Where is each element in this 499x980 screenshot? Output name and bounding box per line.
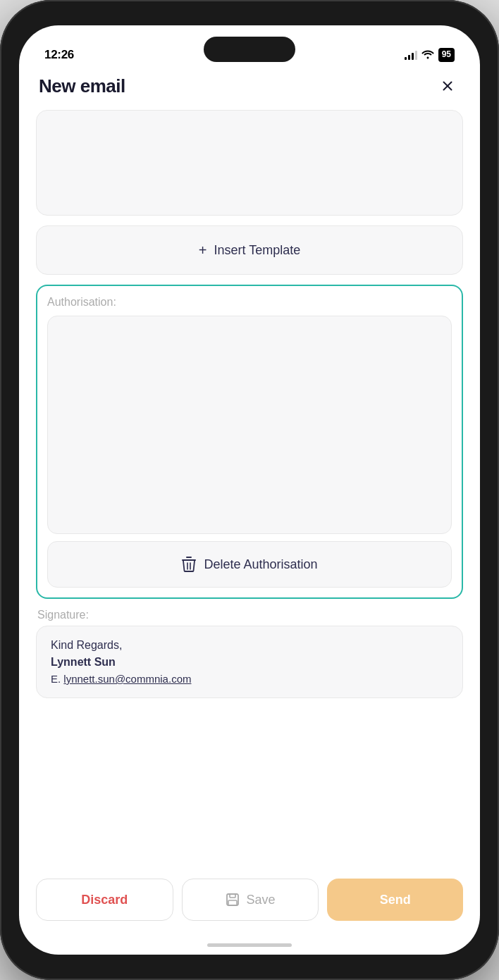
signal-bar-3 xyxy=(412,53,414,60)
signature-section: Signature: Kind Regards, Lynnett Sun E. … xyxy=(36,609,463,698)
send-label: Send xyxy=(380,893,411,907)
discard-label: Discard xyxy=(81,893,128,907)
save-button[interactable]: Save xyxy=(182,879,319,921)
signature-email-line: E. lynnett.sun@commnia.com xyxy=(51,673,448,685)
authorisation-section-label: Authorisation: xyxy=(47,296,452,309)
svg-rect-3 xyxy=(186,557,192,558)
signal-icon xyxy=(405,50,417,60)
svg-rect-7 xyxy=(230,894,235,898)
battery-indicator: 95 xyxy=(438,48,455,62)
status-time: 12:26 xyxy=(44,48,74,62)
signature-email-prefix: E. xyxy=(51,673,63,685)
send-button[interactable]: Send xyxy=(327,879,463,921)
insert-template-label: Insert Template xyxy=(214,243,300,258)
signal-bar-4 xyxy=(415,51,417,60)
modal-title: New email xyxy=(39,75,125,97)
signal-bar-2 xyxy=(408,55,410,60)
plus-icon: + xyxy=(199,242,207,259)
modal-header: New email xyxy=(19,68,480,110)
delete-authorisation-label: Delete Authorisation xyxy=(204,557,317,572)
signature-section-label: Signature: xyxy=(36,609,463,621)
status-icons: 95 xyxy=(405,48,455,62)
phone-screen: 12:26 95 New em xyxy=(19,25,480,955)
save-icon xyxy=(225,892,240,907)
svg-rect-8 xyxy=(228,900,237,905)
signature-email: lynnett.sun@commnia.com xyxy=(63,673,191,685)
action-bar: Discard Save Send xyxy=(19,870,480,935)
home-indicator xyxy=(19,935,480,955)
signature-box: Kind Regards, Lynnett Sun E. lynnett.sun… xyxy=(36,626,463,698)
svg-rect-2 xyxy=(182,559,196,561)
signal-bar-1 xyxy=(405,57,407,60)
wifi-icon xyxy=(421,49,434,61)
signature-name: Lynnett Sun xyxy=(51,656,448,669)
trash-icon xyxy=(181,556,197,573)
authorisation-textarea[interactable] xyxy=(47,316,452,534)
dynamic-island xyxy=(204,37,295,62)
close-button[interactable] xyxy=(435,73,460,99)
phone-frame: 12:26 95 New em xyxy=(0,0,499,980)
delete-authorisation-button[interactable]: Delete Authorisation xyxy=(47,541,452,588)
discard-button[interactable]: Discard xyxy=(36,879,173,921)
authorisation-section: Authorisation: Delete Authorisation xyxy=(36,285,463,599)
home-bar xyxy=(207,943,292,947)
signature-line1: Kind Regards, xyxy=(51,639,448,652)
modal-content: + Insert Template Authorisation: xyxy=(19,110,480,870)
insert-template-button[interactable]: + Insert Template xyxy=(36,225,463,275)
save-label: Save xyxy=(246,893,275,907)
email-body-textarea[interactable] xyxy=(36,110,463,216)
